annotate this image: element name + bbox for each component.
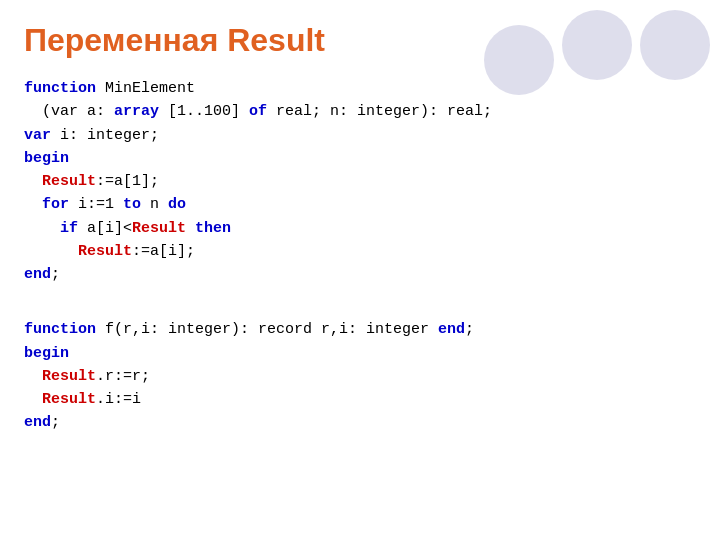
code-line: Result:=a[i]; (24, 240, 696, 263)
code-line: Result:=a[1]; (24, 170, 696, 193)
code-line: (var a: array [1..100] of real; n: integ… (24, 100, 696, 123)
code-line: Result.i:=i (24, 388, 696, 411)
code-block-1: function MinElement (var a: array [1..10… (0, 69, 720, 294)
code-line: end; (24, 411, 696, 434)
circle-2 (562, 10, 632, 80)
code-line: begin (24, 147, 696, 170)
code-line: var i: integer; (24, 124, 696, 147)
code-line: Result.r:=r; (24, 365, 696, 388)
code-block-2: function f(r,i: integer): record r,i: in… (0, 310, 720, 442)
code-line: begin (24, 342, 696, 365)
decorative-circles (484, 10, 710, 95)
spacer (0, 294, 720, 310)
code-line: end; (24, 263, 696, 286)
circle-3 (640, 10, 710, 80)
code-line: function f(r,i: integer): record r,i: in… (24, 318, 696, 341)
circle-1 (484, 25, 554, 95)
code-line: for i:=1 to n do (24, 193, 696, 216)
code-line: if a[i]<Result then (24, 217, 696, 240)
